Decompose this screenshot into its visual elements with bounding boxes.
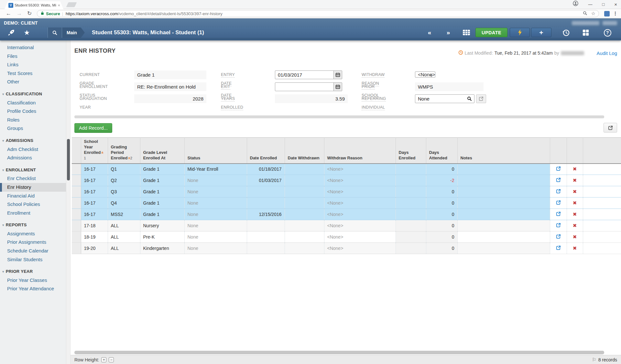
sidebar-item-classification[interactable]: Classification bbox=[0, 99, 66, 107]
column-header-school-year-enrolled[interactable]: School Year Enrolled»1 bbox=[81, 138, 108, 164]
sidebar-item-files[interactable]: Files bbox=[0, 52, 66, 61]
profile-icon[interactable] bbox=[573, 1, 578, 8]
sidebar-item-roles[interactable]: Roles bbox=[0, 116, 66, 124]
sidebar-item-school-policies[interactable]: School Policies bbox=[0, 200, 66, 209]
column-header-days-attended[interactable]: Days Attended bbox=[426, 138, 457, 164]
global-search-icon[interactable] bbox=[48, 27, 62, 38]
entry-date-input[interactable]: 01/03/2017 bbox=[275, 70, 342, 79]
column-header-date-withdrawn[interactable]: Date Withdrawn bbox=[285, 138, 324, 164]
maximize-button[interactable]: □ bbox=[602, 1, 605, 8]
sidebar-item-prior-year-classes[interactable]: Prior Year Classes bbox=[0, 276, 66, 285]
sidebar-section-prior-year[interactable]: ▾PRIOR YEAR bbox=[0, 267, 66, 276]
sidebar-section-classification[interactable]: ▾CLASSIFICATION bbox=[0, 90, 66, 99]
close-window-button[interactable]: × bbox=[614, 1, 617, 8]
delete-record-button[interactable]: ✖ bbox=[573, 177, 577, 183]
row-height-decrease-button[interactable]: − bbox=[109, 357, 114, 362]
table-row[interactable]: 16-17Q1Grade 1Mid-Year Enroll01/18/2017<… bbox=[72, 164, 621, 175]
sidebar-item-enr-history[interactable]: Enr History bbox=[0, 183, 66, 192]
open-grid-button[interactable] bbox=[604, 123, 617, 133]
sidebar-section-enrollment[interactable]: ▾ENROLLMENT bbox=[0, 166, 66, 175]
calendar-icon[interactable] bbox=[333, 71, 342, 79]
sidebar-item-test-scores[interactable]: Test Scores bbox=[0, 69, 66, 78]
next-record-icon[interactable]: » bbox=[442, 27, 455, 38]
table-row[interactable]: 16-17Q3Grade 1None<None>0✖ bbox=[72, 186, 621, 198]
apps-grid-icon[interactable] bbox=[578, 27, 593, 38]
row-handle[interactable] bbox=[72, 209, 81, 220]
withdraw-reason-select[interactable]: <None> ▾ bbox=[415, 71, 435, 78]
table-row[interactable]: 16-17Q4Grade 1None<None>0✖ bbox=[72, 198, 621, 209]
column-header-grade-level-enrolled-at[interactable]: Grade Level Enrolled At bbox=[140, 138, 184, 164]
row-handle[interactable] bbox=[72, 243, 81, 254]
open-record-button[interactable] bbox=[556, 223, 561, 228]
form-scrollbar[interactable] bbox=[74, 115, 604, 118]
sidebar-item-assignments[interactable]: Assignments bbox=[0, 230, 66, 238]
row-handle[interactable] bbox=[72, 198, 81, 209]
delete-record-button[interactable]: ✖ bbox=[573, 223, 577, 228]
open-record-button[interactable] bbox=[556, 200, 561, 205]
delete-record-button[interactable]: ✖ bbox=[573, 211, 577, 217]
launch-rocket-icon[interactable] bbox=[5, 27, 17, 38]
open-record-button[interactable] bbox=[556, 211, 561, 216]
new-tab-button[interactable] bbox=[66, 2, 77, 7]
open-record-button[interactable] bbox=[556, 166, 561, 171]
delete-record-button[interactable]: ✖ bbox=[573, 245, 577, 251]
logout-redacted[interactable] bbox=[603, 21, 617, 25]
sidebar-section-reports[interactable]: ▾REPORTS bbox=[0, 221, 66, 230]
sidebar-item-enrollment[interactable]: Enrollment bbox=[0, 209, 66, 218]
favorites-star-icon[interactable]: ★ bbox=[21, 27, 32, 38]
row-handle[interactable] bbox=[72, 175, 81, 186]
sidebar-section-admissions[interactable]: ▾ADMISSIONS bbox=[0, 136, 66, 145]
row-height-increase-button[interactable]: + bbox=[101, 357, 106, 362]
table-row[interactable]: 16-17MSS2Grade 1None12/15/2016<None>0✖ bbox=[72, 209, 621, 220]
delete-record-button[interactable]: ✖ bbox=[573, 234, 577, 240]
breadcrumb-main[interactable]: Main bbox=[62, 27, 81, 38]
sidebar-scrollbar[interactable] bbox=[66, 40, 71, 364]
search-icon[interactable] bbox=[467, 96, 474, 101]
sidebar-scrollbar-thumb[interactable] bbox=[67, 139, 70, 180]
open-record-button[interactable] bbox=[556, 234, 561, 239]
open-individual-button[interactable] bbox=[476, 94, 486, 103]
sidebar-item-prior-year-attendance[interactable]: Prior Year Attendance bbox=[0, 284, 66, 293]
column-header-days-enrolled[interactable]: Days Enrolled bbox=[396, 138, 426, 164]
sidebar-item-prior-assignments[interactable]: Prior Assignments bbox=[0, 238, 66, 247]
extension-icon[interactable] bbox=[604, 11, 610, 16]
delete-record-button[interactable]: ✖ bbox=[573, 166, 577, 172]
sidebar-item-enr-checklist[interactable]: Enr Checklist bbox=[0, 174, 66, 183]
sidebar-item-financial-aid[interactable]: Financial Aid bbox=[0, 192, 66, 200]
refresh-icon[interactable]: ↻ bbox=[27, 10, 32, 17]
prev-record-icon[interactable]: « bbox=[423, 27, 436, 38]
calendar-icon[interactable] bbox=[333, 83, 342, 91]
forward-icon[interactable]: → bbox=[16, 10, 22, 17]
add-button[interactable]: + bbox=[531, 28, 551, 37]
zoom-page-icon[interactable] bbox=[583, 11, 587, 16]
sidebar-item-links[interactable]: Links bbox=[0, 60, 66, 69]
table-row[interactable]: 17-18ALLNurseryNone<None>0✖ bbox=[72, 220, 621, 231]
back-icon[interactable]: ← bbox=[6, 10, 11, 17]
sidebar-item-similar-students[interactable]: Similar Students bbox=[0, 255, 66, 264]
column-header-withdraw-reason[interactable]: Withdraw Reason bbox=[324, 138, 396, 164]
row-handle[interactable] bbox=[72, 186, 81, 198]
table-row[interactable]: 18-19ALLPre-KNone<None>0✖ bbox=[72, 231, 621, 243]
help-icon[interactable]: ? bbox=[601, 27, 614, 38]
delete-record-button[interactable]: ✖ bbox=[573, 189, 577, 194]
horizontal-scrollbar-thumb[interactable] bbox=[74, 351, 604, 354]
open-record-button[interactable] bbox=[556, 177, 561, 182]
history-icon[interactable] bbox=[559, 27, 573, 38]
column-header-date-enrolled[interactable]: Date Enrolled bbox=[247, 138, 285, 164]
minimize-button[interactable]: — bbox=[588, 1, 592, 8]
lock-icon[interactable] bbox=[40, 11, 44, 16]
sidebar-item-groups[interactable]: Groups bbox=[0, 124, 66, 133]
audit-log-link[interactable]: Audit Log bbox=[597, 50, 617, 56]
update-button[interactable]: UPDATE bbox=[475, 28, 507, 37]
row-handle[interactable] bbox=[72, 220, 81, 231]
sidebar-item-other[interactable]: Other bbox=[0, 78, 66, 86]
browser-tab[interactable]: V Student 55303: Watts, Mi × bbox=[5, 1, 63, 9]
table-row[interactable]: 19-20ALLKindergartenNone<None>0✖ bbox=[72, 243, 621, 254]
open-record-button[interactable] bbox=[556, 245, 561, 250]
sidebar-item-profile-codes[interactable]: Profile Codes bbox=[0, 107, 66, 116]
column-header-notes[interactable]: Notes bbox=[457, 138, 550, 164]
results-grid-icon[interactable] bbox=[461, 27, 472, 38]
column-header-status[interactable]: Status bbox=[184, 138, 247, 164]
quick-actions-button[interactable] bbox=[510, 28, 530, 37]
open-record-button[interactable] bbox=[556, 189, 561, 194]
